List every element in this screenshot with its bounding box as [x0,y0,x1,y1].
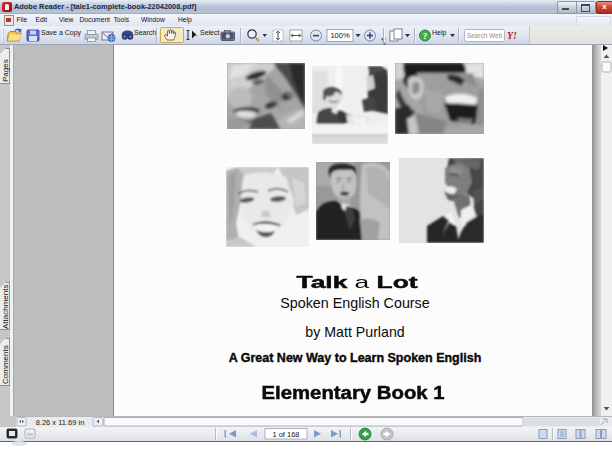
svg-text:1 of 168: 1 of 168 [272,430,299,439]
svg-text:?: ? [423,31,428,41]
svg-text:Search Web: Search Web [467,32,503,39]
svg-text:100%: 100% [330,31,350,40]
svg-text:Y!: Y! [507,30,517,41]
svg-text:8.26 x 11.69 in: 8.26 x 11.69 in [36,418,85,427]
